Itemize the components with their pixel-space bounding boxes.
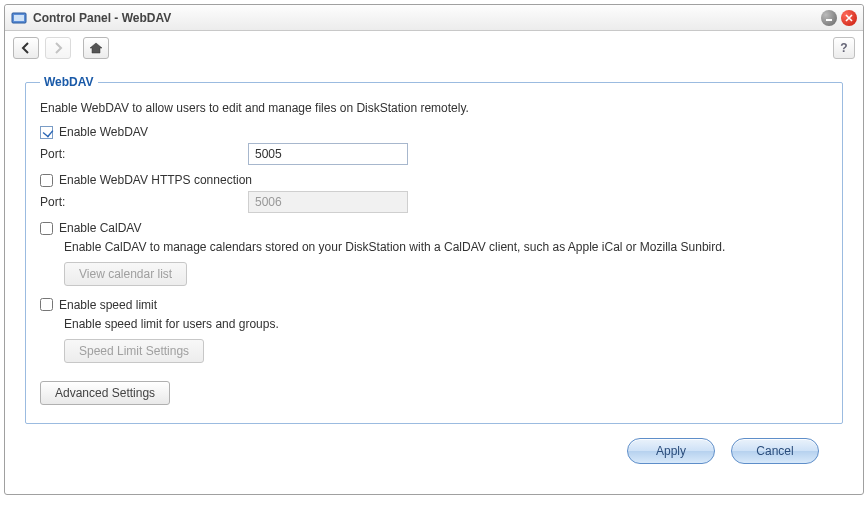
help-button[interactable]: ? bbox=[833, 37, 855, 59]
group-description: Enable WebDAV to allow users to edit and… bbox=[40, 101, 828, 115]
enable-https-checkbox[interactable] bbox=[40, 174, 53, 187]
enable-caldav-label: Enable CalDAV bbox=[59, 221, 142, 235]
group-legend: WebDAV bbox=[40, 75, 98, 89]
enable-caldav-checkbox[interactable] bbox=[40, 222, 53, 235]
window: Control Panel - WebDAV ? WebDAV Enable W… bbox=[4, 4, 864, 495]
forward-button[interactable] bbox=[45, 37, 71, 59]
titlebar: Control Panel - WebDAV bbox=[5, 5, 863, 31]
enable-speed-limit-checkbox[interactable] bbox=[40, 298, 53, 311]
close-button[interactable] bbox=[841, 10, 857, 26]
cancel-button[interactable]: Cancel bbox=[731, 438, 819, 464]
webdav-group: WebDAV Enable WebDAV to allow users to e… bbox=[25, 75, 843, 424]
enable-https-row: Enable WebDAV HTTPS connection bbox=[40, 173, 828, 187]
home-button[interactable] bbox=[83, 37, 109, 59]
webdav-port-row: Port: bbox=[40, 143, 828, 165]
back-button[interactable] bbox=[13, 37, 39, 59]
enable-caldav-row: Enable CalDAV bbox=[40, 221, 828, 235]
enable-webdav-label: Enable WebDAV bbox=[59, 125, 148, 139]
https-port-label: Port: bbox=[40, 195, 248, 209]
control-panel-icon bbox=[11, 10, 27, 26]
enable-webdav-checkbox[interactable] bbox=[40, 126, 53, 139]
toolbar: ? bbox=[5, 31, 863, 65]
svg-rect-1 bbox=[14, 15, 24, 21]
speed-limit-description: Enable speed limit for users and groups. bbox=[64, 316, 828, 333]
enable-https-label: Enable WebDAV HTTPS connection bbox=[59, 173, 252, 187]
enable-webdav-row: Enable WebDAV bbox=[40, 125, 828, 139]
content-area: WebDAV Enable WebDAV to allow users to e… bbox=[5, 65, 863, 494]
apply-button[interactable]: Apply bbox=[627, 438, 715, 464]
caldav-description: Enable CalDAV to manage calendars stored… bbox=[64, 239, 828, 256]
footer: Apply Cancel bbox=[25, 424, 843, 478]
https-port-input bbox=[248, 191, 408, 213]
minimize-button[interactable] bbox=[821, 10, 837, 26]
https-port-row: Port: bbox=[40, 191, 828, 213]
svg-rect-2 bbox=[826, 19, 832, 21]
webdav-port-label: Port: bbox=[40, 147, 248, 161]
enable-speed-limit-label: Enable speed limit bbox=[59, 298, 157, 312]
window-title: Control Panel - WebDAV bbox=[33, 11, 817, 25]
speed-limit-settings-button[interactable]: Speed Limit Settings bbox=[64, 339, 204, 363]
advanced-settings-button[interactable]: Advanced Settings bbox=[40, 381, 170, 405]
enable-speed-limit-row: Enable speed limit bbox=[40, 298, 828, 312]
webdav-port-input[interactable] bbox=[248, 143, 408, 165]
view-calendar-list-button[interactable]: View calendar list bbox=[64, 262, 187, 286]
